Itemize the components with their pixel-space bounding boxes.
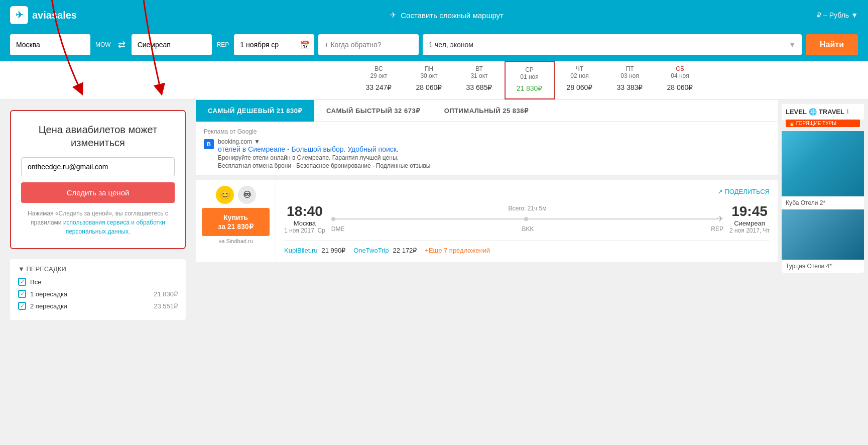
price-alert-email-input[interactable] [21, 157, 175, 176]
from-code: MOW [94, 41, 112, 48]
filter-item: ✓ 1 пересадка 21 830₽ [18, 290, 178, 298]
complex-route-link[interactable]: ✈ Составить сложный маршрут [390, 11, 504, 20]
depart-city: 18:40 Москва 1 ноя 2017, Ср [284, 203, 325, 234]
route-codes: DME BKK REP [331, 226, 723, 233]
left-panel: Цена авиабилетов может измениться Следит… [0, 100, 196, 330]
to-city-input[interactable] [132, 34, 212, 55]
swap-cities-button[interactable]: ⇄ [116, 39, 128, 50]
pax-selector[interactable]: 1 чел, эконом ▼ [423, 34, 802, 55]
calendar-day[interactable]: ПТ 03 ноя 33 383₽ [605, 61, 655, 99]
currency-selector[interactable]: ₽ – Рубль ▼ [817, 11, 858, 19]
flight-card: 😊 ♾ Купить за 21 830₽ на Sindbad.ru ↗ ПО… [196, 180, 778, 262]
route-arrow: Всего: 21ч 5м ✈ DME BKK REP [331, 205, 723, 233]
find-button[interactable]: Найти [806, 34, 858, 55]
route-duration: Всего: 21ч 5м [508, 205, 546, 212]
header: ✈ aviasales ✈ Составить сложный маршрут … [0, 0, 868, 30]
arrive-code: REP [711, 226, 723, 233]
level-travel-logo: LEVEL 🌐 TRAVEL ℹ [786, 108, 848, 116]
calendar-day[interactable]: СБ 04 ноя 28 060₽ [655, 61, 705, 99]
route-icon: ✈ [390, 11, 397, 20]
price-alert-terms: Нажимая «Следить за ценой», вы соглашает… [21, 209, 175, 236]
chevron-down-icon: ▼ [851, 11, 858, 19]
right-panel: САМЫЙ ДЕШЕВЫЙ 21 830₽САМЫЙ БЫСТРЫЙ 32 67… [196, 100, 778, 330]
from-city-input[interactable] [10, 34, 90, 55]
price-alert-button[interactable]: Следить за ценой [21, 182, 175, 203]
turkey-destination-image[interactable] [782, 209, 864, 260]
sidebar-ad-header: LEVEL 🌐 TRAVEL ℹ [782, 104, 864, 120]
flight-info-side: ↗ ПОДЕЛИТЬСЯ 18:40 Москва 1 ноя 2017, Ср… [276, 180, 778, 262]
offer-price: 22 172₽ [393, 247, 417, 254]
globe-icon: 🌐 [809, 108, 817, 116]
result-tab[interactable]: САМЫЙ ДЕШЕВЫЙ 21 830₽ [196, 100, 314, 122]
share-icon: ↗ [717, 188, 723, 195]
depart-dot [331, 217, 335, 221]
to-code: REP [216, 41, 230, 48]
share-link[interactable]: ↗ ПОДЕЛИТЬСЯ [717, 188, 770, 195]
pax-chevron-icon: ▼ [789, 41, 796, 49]
filter-label: 2 пересадки [30, 302, 67, 310]
arrive-city: 19:45 Сиемреап 2 ноя 2017, Чт [729, 203, 770, 234]
route-line-bar2 [528, 218, 717, 219]
filter-label: 1 пересадка [30, 290, 67, 298]
filter-checkbox[interactable]: ✓ [18, 278, 26, 286]
calendar-day[interactable]: ПН 30 окт 28 060₽ [404, 61, 454, 99]
calendar-day[interactable]: СР 01 ноя 21 830₽ [505, 61, 555, 99]
result-tab[interactable]: ОПТИМАЛЬНЫЙ 25 838₽ [432, 100, 541, 122]
pax-label: 1 чел, эконом [429, 41, 473, 49]
route-line: ✈ [331, 214, 723, 224]
turkey-label: Турция Отели 4* [782, 260, 864, 273]
flight-info-top: ↗ ПОДЕЛИТЬСЯ [284, 188, 770, 195]
info-icon: ℹ [846, 108, 848, 115]
buy-button[interactable]: Купить за 21 830₽ [202, 208, 270, 236]
filter-checkbox[interactable]: ✓ [18, 302, 26, 310]
offer-item: KupiBilet.ru 21 990₽ [284, 247, 345, 254]
offer-agency[interactable]: KupiBilet.ru [284, 247, 317, 254]
flight-logos: 😊 ♾ [216, 186, 256, 204]
logo-icon: ✈ [10, 6, 28, 24]
ad-title[interactable]: отелей в Сиемреапе - Большой выбор. Удоб… [218, 145, 770, 153]
calendar-strip: ВС 29 окт 33 247₽ ПН 30 окт 28 060₽ ВТ 3… [0, 61, 868, 100]
price-alert-box: Цена авиабилетов может измениться Следит… [10, 110, 186, 249]
filter-items: ✓ Все ✓ 1 пересадка 21 830₽ ✓ 2 пересадк… [18, 278, 178, 310]
filter-item: ✓ 2 пересадки 23 551₽ [18, 302, 178, 310]
ad-item: B booking.com ▼ отелей в Сиемреапе - Бол… [204, 138, 770, 169]
search-bar: MOW ⇄ REP 📅 1 чел, эконом ▼ Найти [0, 30, 868, 61]
sidebar-ad: LEVEL 🌐 TRAVEL ℹ 🔥 ГОРЯЩИЕ ТУРЫ Куба Оте… [782, 104, 864, 273]
ad-content: booking.com ▼ отелей в Сиемреапе - Больш… [218, 138, 770, 169]
arrive-city-name: Сиемреап [729, 219, 770, 227]
ad-source-arrow: ▼ [254, 138, 260, 145]
more-offers-link[interactable]: +Еще 7 предложений [425, 247, 490, 254]
buy-price: за 21 830₽ [212, 222, 260, 231]
agency-name: на Sindbad.ru [218, 238, 253, 244]
logo: ✈ aviasales [10, 6, 77, 24]
calendar-day[interactable]: ЧТ 02 ноя 28 060₽ [555, 61, 605, 99]
result-tab[interactable]: САМЫЙ БЫСТРЫЙ 32 673₽ [314, 100, 432, 122]
filter-checkbox[interactable]: ✓ [18, 290, 26, 298]
flight-buy-side: 😊 ♾ Купить за 21 830₽ на Sindbad.ru [196, 180, 276, 262]
arrive-date: 2 ноя 2017, Чт [729, 227, 770, 234]
plane-icon: ✈ [717, 214, 723, 224]
tabs-row: САМЫЙ ДЕШЕВЫЙ 21 830₽САМЫЙ БЫСТРЫЙ 32 67… [196, 100, 778, 122]
sidebar-right: LEVEL 🌐 TRAVEL ℹ 🔥 ГОРЯЩИЕ ТУРЫ Куба Оте… [778, 100, 868, 330]
price-alert-title: Цена авиабилетов может измениться [21, 123, 175, 149]
cuba-destination-image[interactable] [782, 131, 864, 196]
date-wrapper: 📅 [234, 34, 314, 55]
smile-airlines-logo: 😊 [216, 186, 234, 204]
ad-desc1: Бронируйте отели онлайн в Сиемреапе. Гар… [218, 154, 770, 161]
depart-city-name: Москва [284, 219, 325, 227]
stop-code: BKK [522, 226, 534, 233]
calendar-day[interactable]: ВТ 31 окт 33 685₽ [454, 61, 505, 99]
main-container: Цена авиабилетов может измениться Следит… [0, 100, 868, 330]
calendar-day[interactable]: ВС 29 окт 33 247₽ [354, 61, 404, 99]
offer-agency[interactable]: OneTwoTrip [353, 247, 389, 254]
depart-code: DME [331, 226, 345, 233]
return-date-input[interactable] [318, 34, 419, 55]
terms-link-usage[interactable]: использования сервиса [63, 219, 130, 226]
ad-source: booking.com ▼ [218, 138, 770, 145]
calendar-icon[interactable]: 📅 [300, 40, 310, 50]
filter-item: ✓ Все [18, 278, 178, 286]
level-text: LEVEL [786, 108, 807, 116]
filter-title[interactable]: ▼ ПЕРЕСАДКИ [18, 265, 178, 273]
offer-item: OneTwoTrip 22 172₽ [353, 247, 417, 254]
ad-section: Реклама от Google B booking.com ▼ отелей… [196, 122, 778, 176]
